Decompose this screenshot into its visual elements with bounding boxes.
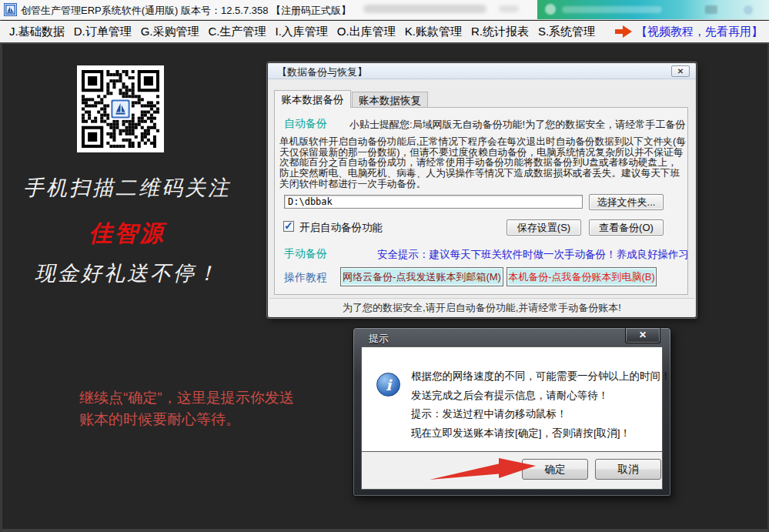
- qr-code: [77, 65, 164, 152]
- cancel-button[interactable]: 取消: [595, 459, 661, 480]
- tutorial-annotation: 继续点“确定”，这里是提示你发送 账本的时候要耐心等待。: [79, 387, 341, 430]
- view-backup-button[interactable]: 查看备份(O): [589, 219, 664, 236]
- app-logo-icon: [4, 3, 17, 16]
- prompt-line-2: 发送完成之后会有提示信息，请耐心等待！: [411, 386, 671, 406]
- annotation-line-2: 账本的时候要耐心等待。: [79, 409, 341, 430]
- auto-backup-tip: 小贴士提醒您:局域网版无自动备份功能!为了您的数据安全，请经常手工备份！: [349, 118, 688, 132]
- prompt-line-4: 现在立即发送账本请按[确定]，否则请按[取消]！: [411, 424, 671, 443]
- tab-account-backup[interactable]: 账本数据备份: [274, 90, 351, 108]
- prompt-message-area: i 根据您的网络速度的不同，可能需要一分钟以上的时间！ 发送完成之后会有提示信息…: [361, 346, 663, 452]
- safety-tip-text: 安全提示：建议每天下班关软件时做一次手动备份！养成良好操作习惯。: [377, 248, 688, 262]
- menu-item-system[interactable]: S.系统管理: [538, 25, 595, 39]
- prompt-message: 根据您的网络速度的不同，可能需要一分钟以上的时间！ 发送完成之后会有提示信息，请…: [411, 367, 671, 443]
- backup-dialog-footer: 为了您的数据安全,请开启自动备份功能,并请经常手动备份账本!: [269, 298, 694, 316]
- menu-item-production[interactable]: C.生产管理: [209, 25, 266, 39]
- menu-item-purchasing[interactable]: G.采购管理: [141, 25, 199, 39]
- prompt-dialog: 提示 ✕ i 根据您的网络速度的不同，可能需要一分钟以上的时间！ 发送完成之后会…: [353, 327, 671, 497]
- background-tab-title-blur: [562, 6, 662, 13]
- background-newtab-blur: [744, 5, 753, 15]
- check-icon: ✓: [284, 219, 293, 232]
- prompt-dialog-title: 提示: [369, 332, 389, 346]
- backup-dialog-titlebar[interactable]: 【数据备份与恢复】 ✕: [268, 63, 696, 79]
- backup-close-button[interactable]: ✕: [671, 65, 690, 77]
- auto-backup-checkbox[interactable]: ✓: [283, 221, 294, 232]
- menu-item-inbound[interactable]: I.入库管理: [276, 25, 328, 39]
- background-close-blur: [705, 5, 717, 14]
- auto-backup-description: 单机版软件开启自动备份功能后,正常情况下程序会在每次退出时自动备份数据到以下文件…: [279, 137, 686, 190]
- ok-button[interactable]: 确定: [522, 459, 588, 480]
- info-icon: i: [376, 373, 400, 396]
- cloud-backup-button[interactable]: 网络云备份-点我发送账本到邮箱(M): [340, 267, 503, 286]
- backup-path-input[interactable]: [284, 195, 583, 209]
- save-settings-button[interactable]: 保存设置(S): [507, 219, 581, 236]
- qr-code-image: [82, 70, 159, 148]
- prompt-footer: 确定 取消: [361, 452, 663, 490]
- titlebar: 创管生产管理ERP系统软件(通用版) 版本号：12.5.7.358 【注册码正式…: [0, 0, 769, 20]
- backup-dialog: 【数据备份与恢复】 ✕ 账本数据备份 账本数据恢复 自动备份 小贴士提醒您:局域…: [268, 63, 696, 317]
- background-window-blur: [499, 5, 519, 12]
- promo-brand-name: 佳智源: [0, 218, 254, 249]
- menu-item-orders[interactable]: D.订单管理: [74, 25, 132, 39]
- video-tutorial-link[interactable]: 【视频教程，先看再用】: [636, 25, 763, 39]
- window-title: 创管生产管理ERP系统软件(通用版) 版本号：12.5.7.358 【注册码正式…: [21, 4, 351, 18]
- close-icon: ✕: [639, 330, 647, 340]
- app-window: 创管生产管理ERP系统软件(通用版) 版本号：12.5.7.358 【注册码正式…: [0, 0, 769, 532]
- local-backup-button[interactable]: 本机备份-点我备份账本到电脑(B): [507, 267, 657, 286]
- video-arrow-icon: [614, 25, 633, 38]
- close-icon: ✕: [677, 67, 684, 75]
- prompt-line-1: 根据您的网络速度的不同，可能需要一分钟以上的时间！: [411, 367, 671, 386]
- backup-tab-panel: 自动备份 小贴士提醒您:局域网版无自动备份功能!为了您的数据安全，请经常手工备份…: [274, 107, 688, 295]
- info-glyph: i: [386, 376, 391, 393]
- auto-backup-checkbox-label: 开启自动备份功能: [299, 221, 383, 235]
- tab-account-restore[interactable]: 账本数据恢复: [352, 92, 428, 108]
- menu-bar: J.基础数据 D.订单管理 G.采购管理 C.生产管理 I.入库管理 O.出库管…: [0, 21, 769, 44]
- tutorial-label: 操作教程: [284, 271, 327, 285]
- choose-folder-button[interactable]: 选择文件夹...: [589, 194, 664, 210]
- background-browser-strip: [537, 0, 769, 19]
- menu-item-reports[interactable]: R.统计报表: [471, 25, 529, 39]
- menu-item-accounts[interactable]: K.账款管理: [405, 25, 462, 39]
- promo-scan-text: 手机扫描二维码关注: [0, 174, 254, 202]
- menu-item-basic-data[interactable]: J.基础数据: [9, 25, 65, 39]
- annotation-line-1: 继续点“确定”，这里是提示你发送: [79, 387, 341, 409]
- backup-dialog-title: 【数据备份与恢复】: [277, 65, 367, 79]
- prompt-line-3: 提示：发送过程中请勿移动鼠标！: [411, 405, 671, 424]
- menu-item-outbound[interactable]: O.出库管理: [337, 25, 396, 39]
- background-window-blur: [363, 5, 486, 13]
- promo-gift-text: 现金好礼送不停！: [0, 259, 254, 287]
- background-favicon-blur: [545, 4, 556, 15]
- manual-backup-label: 手动备份: [284, 247, 327, 261]
- prompt-close-button[interactable]: ✕: [625, 328, 660, 343]
- auto-backup-label: 自动备份: [284, 117, 327, 131]
